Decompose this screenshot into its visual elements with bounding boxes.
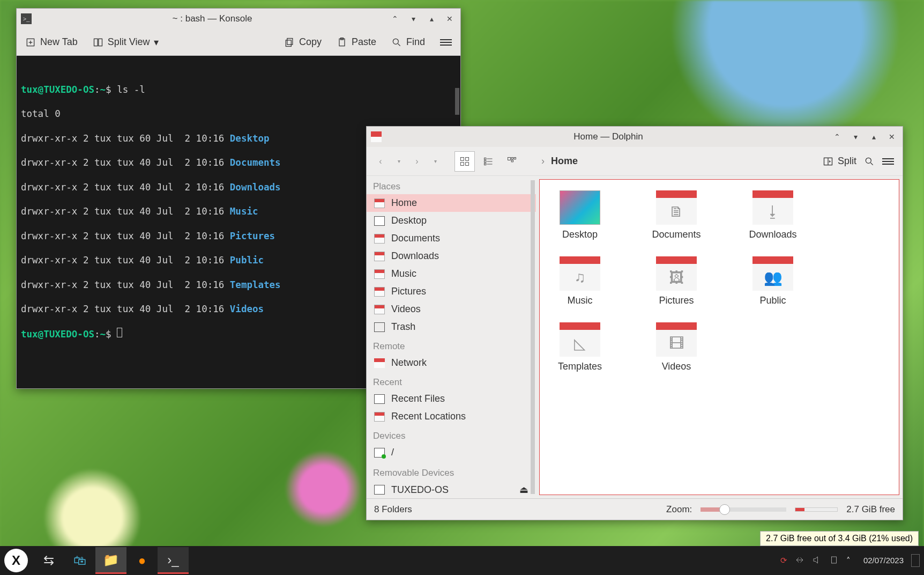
svg-rect-17 [514, 157, 516, 159]
task-dolphin[interactable]: 📁 [95, 547, 126, 574]
svg-point-7 [393, 39, 398, 44]
konsole-titlebar[interactable]: >_ ~ : bash — Konsole ⌃ ▾ ▴ ✕ [17, 9, 460, 29]
terminal-scrollbar[interactable] [455, 88, 459, 115]
removable-header: Removable Devices [367, 462, 536, 481]
trash-icon [374, 322, 385, 332]
task-discover[interactable]: 🛍 [64, 547, 95, 574]
dolphin-titlebar[interactable]: Home — Dolphin ⌃ ▾ ▴ ✕ [367, 127, 903, 147]
sidebar-item-recentfiles[interactable]: Recent Files [367, 390, 536, 408]
folder-item-videos[interactable]: 🎞Videos [642, 322, 711, 372]
svg-rect-15 [508, 157, 511, 160]
newtab-label: New Tab [40, 36, 78, 48]
folder-item-desktop[interactable]: Desktop [545, 190, 615, 240]
keep-above-icon[interactable]: ⌃ [389, 12, 401, 25]
document-icon [374, 394, 385, 404]
sidebar-item-network[interactable]: Network [367, 354, 536, 372]
folder-icon [374, 305, 385, 314]
cursor-icon [117, 328, 122, 337]
sidebar-item-root[interactable]: / [367, 444, 536, 461]
compact-view-button[interactable] [478, 151, 498, 172]
details-view-button[interactable] [502, 151, 522, 172]
icons-view-button[interactable] [454, 151, 475, 172]
breadcrumb[interactable]: › Home [525, 156, 817, 167]
task-firefox[interactable]: ● [126, 547, 158, 574]
folder-icon: 🎞 [656, 322, 697, 357]
taskbar-clock[interactable]: 02/07/2023 [863, 556, 904, 565]
keep-above-icon[interactable]: ⌃ [831, 130, 844, 143]
splitview-button[interactable]: Split View ▾ [91, 33, 161, 51]
sidebar-item-music[interactable]: Music [367, 265, 536, 283]
sidebar-item-videos[interactable]: Videos [367, 300, 536, 318]
tray-clipboard-icon[interactable] [829, 555, 839, 566]
folder-icon [374, 198, 385, 208]
remote-header: Remote [367, 336, 536, 354]
folder-icon: 🗎 [656, 190, 697, 225]
konsole-toolbar: New Tab Split View ▾ Copy Paste Find [17, 29, 460, 56]
sidebar-item-documents[interactable]: Documents [367, 230, 536, 247]
tray-chevron-up-icon[interactable]: ˄ [846, 556, 851, 565]
dolphin-mainpane[interactable]: Desktop 🗎Documents ⭳Downloads ♫Music 🖼Pi… [539, 179, 899, 495]
folder-item-pictures[interactable]: 🖼Pictures [642, 256, 711, 306]
tray-update-icon[interactable]: ⟳ [780, 556, 787, 565]
breadcrumb-home[interactable]: Home [551, 156, 578, 167]
sidebar-item-recentlocations[interactable]: Recent Locations [367, 408, 536, 425]
task-konsole[interactable]: ›_ [158, 547, 189, 574]
folder-item-templates[interactable]: ◺Templates [545, 322, 615, 372]
free-space: 2.7 GiB free [846, 504, 895, 515]
app-launcher-button[interactable]: X [4, 549, 28, 572]
dolphin-toolbar: ‹ ▾ › ▾ › Home Split [367, 147, 903, 176]
forward-button[interactable]: › [409, 154, 424, 169]
svg-rect-4 [286, 40, 291, 46]
sidebar-item-desktop[interactable]: Desktop [367, 212, 536, 230]
paste-button[interactable]: Paste [334, 33, 378, 51]
chevron-right-icon: › [541, 156, 545, 167]
sidebar-item-downloads[interactable]: Downloads [367, 247, 536, 265]
hamburger-icon [882, 157, 894, 166]
sidebar-item-pictures[interactable]: Pictures [367, 283, 536, 300]
minimize-icon[interactable]: ▾ [407, 12, 420, 25]
folder-item-music[interactable]: ♫Music [545, 256, 615, 306]
hamburger-button[interactable] [438, 34, 454, 50]
find-button[interactable]: Find [389, 33, 427, 51]
folder-icon: ◺ [560, 322, 600, 357]
sidebar-item-trash[interactable]: Trash [367, 318, 536, 336]
split-button[interactable]: Split [821, 152, 859, 170]
folder-item-documents[interactable]: 🗎Documents [642, 190, 711, 240]
system-tray: ⟳ ˄ 02/07/2023 [780, 554, 920, 567]
back-menu[interactable]: ▾ [391, 154, 406, 169]
tray-peek-icon[interactable] [911, 554, 920, 567]
maximize-icon[interactable]: ▴ [867, 130, 880, 143]
sidebar-item-tuxedoos[interactable]: TUXEDO-OS⏏ [367, 481, 536, 498]
copy-button[interactable]: Copy [282, 33, 324, 51]
eject-icon[interactable]: ⏏ [519, 484, 528, 496]
folder-item-downloads[interactable]: ⭳Downloads [738, 190, 808, 240]
svg-rect-3 [287, 38, 293, 45]
network-icon [374, 358, 385, 368]
newtab-button[interactable]: New Tab [23, 33, 80, 51]
svg-rect-12 [485, 158, 486, 159]
minimize-icon[interactable]: ▾ [849, 130, 862, 143]
svg-rect-14 [485, 163, 486, 165]
close-icon[interactable]: ✕ [885, 130, 898, 143]
folder-icon [374, 252, 385, 261]
tray-audio-icon[interactable] [812, 555, 822, 566]
folder-item-public[interactable]: 👥Public [738, 256, 808, 306]
search-button[interactable] [862, 153, 877, 170]
svg-rect-10 [461, 162, 464, 165]
zoom-slider[interactable] [701, 507, 786, 512]
folder-icon [374, 234, 385, 244]
close-icon[interactable]: ✕ [443, 12, 456, 25]
splitview-label: Split View [108, 36, 150, 48]
sidebar-scrollbar[interactable] [531, 180, 535, 494]
tray-network-icon[interactable] [795, 555, 804, 566]
konsole-title: ~ : bash — Konsole [36, 13, 389, 24]
back-button[interactable]: ‹ [373, 154, 388, 169]
task-showdesktop[interactable]: ⇆ [33, 547, 64, 574]
sidebar-item-home[interactable]: Home [367, 194, 536, 212]
hamburger-icon [440, 38, 452, 47]
maximize-icon[interactable]: ▴ [425, 12, 438, 25]
chevron-down-icon: ▾ [154, 36, 159, 48]
forward-menu[interactable]: ▾ [428, 154, 443, 169]
dolphin-sidebar: Places Home Desktop Documents Downloads … [367, 176, 536, 498]
hamburger-button[interactable] [880, 153, 896, 169]
